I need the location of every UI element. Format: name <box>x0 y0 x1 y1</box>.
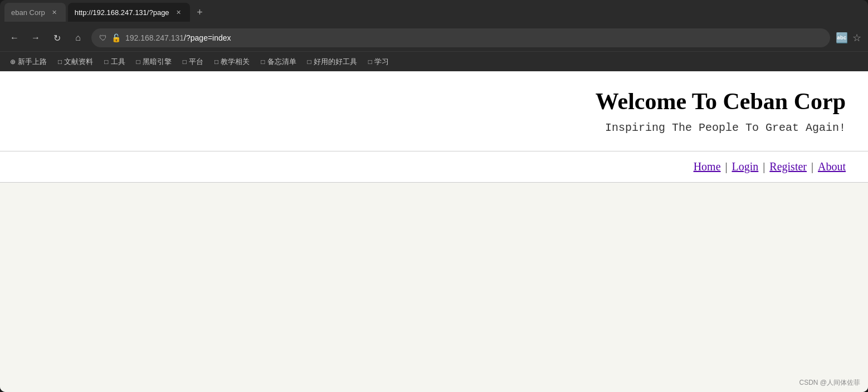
bookmark-label: 备忘清单 <box>267 57 296 67</box>
home-button[interactable]: ⌂ <box>70 30 86 46</box>
url-actions: 🔤 ☆ <box>836 32 861 44</box>
bookmark-folder-icon: □ <box>368 58 372 66</box>
tab-bar: eban Corp ✕ http://192.168.247.131/?page… <box>0 0 868 24</box>
page-body <box>0 183 868 392</box>
new-tab-icon: + <box>197 7 203 18</box>
back-button[interactable]: ← <box>7 30 22 46</box>
bookmark-label: 好用的好工具 <box>314 57 357 67</box>
bookmark-label: 学习 <box>374 57 389 67</box>
register-link[interactable]: Register <box>769 160 807 173</box>
bookmark-folder-icon: □ <box>58 58 62 66</box>
new-tab-button[interactable]: + <box>192 4 208 20</box>
bookmark-label: 平台 <box>189 57 203 67</box>
refresh-button[interactable]: ↻ <box>49 30 65 46</box>
bookmark-haoyong[interactable]: □ 好用的好工具 <box>303 55 362 69</box>
page-nav: Home | Login | Register | About <box>0 151 868 183</box>
bookmark-folder-icon: □ <box>308 58 311 66</box>
lock-icon: 🔓 <box>111 33 121 42</box>
translate-icon[interactable]: 🔤 <box>836 32 848 44</box>
tab-2[interactable]: http://192.168.247.131/?page ✕ <box>68 3 190 22</box>
bookmark-folder-icon: □ <box>214 58 218 66</box>
tab-1-label: eban Corp <box>11 8 45 17</box>
tab-2-label: http://192.168.247.131/?page <box>75 8 169 17</box>
nav-sep-2: | <box>758 160 769 173</box>
bookmark-label: 工具 <box>111 57 125 67</box>
refresh-icon: ↻ <box>53 33 61 43</box>
tab-1-close[interactable]: ✕ <box>50 8 59 17</box>
browser-chrome: eban Corp ✕ http://192.168.247.131/?page… <box>0 0 868 71</box>
bookmark-gongju[interactable]: □ 工具 <box>100 55 129 69</box>
address-bar: ← → ↻ ⌂ 🛡 🔓 192.168.247.131/?page=index … <box>0 24 868 51</box>
page-title: Welcome To Ceban Corp <box>596 88 846 115</box>
home-icon: ⌂ <box>75 33 81 43</box>
tab-1[interactable]: eban Corp ✕ <box>4 3 66 22</box>
bookmarks-bar: ⊕ 新手上路 □ 文献资料 □ 工具 □ 黑暗引擎 □ 平台 □ 教学相关 □ … <box>0 51 868 71</box>
home-link[interactable]: Home <box>694 160 721 173</box>
url-display: 192.168.247.131/?page=index <box>125 33 822 42</box>
star-icon[interactable]: ☆ <box>852 32 861 44</box>
bookmark-heian[interactable]: □ 黑暗引擎 <box>132 55 176 69</box>
about-link[interactable]: About <box>818 160 846 173</box>
bookmark-beiwang[interactable]: □ 备忘清单 <box>256 55 300 69</box>
forward-button[interactable]: → <box>28 30 43 46</box>
bookmark-jiaoxue[interactable]: □ 教学相关 <box>210 55 254 69</box>
url-base: 192.168.247.131 <box>125 33 184 42</box>
page-content: Welcome To Ceban Corp Inspiring The Peop… <box>0 71 868 392</box>
page-subtitle: Inspiring The People To Great Again! <box>605 121 846 134</box>
login-link[interactable]: Login <box>732 160 759 173</box>
shield-icon: 🛡 <box>99 33 107 42</box>
bookmark-label: 新手上路 <box>18 57 47 67</box>
page-header: Welcome To Ceban Corp Inspiring The Peop… <box>0 71 868 151</box>
url-bar[interactable]: 🛡 🔓 192.168.247.131/?page=index <box>91 28 830 47</box>
bookmark-label: 文献资料 <box>64 57 93 67</box>
url-path: /?page=index <box>184 33 231 42</box>
nav-sep-1: | <box>721 160 732 173</box>
bookmark-folder-icon: □ <box>183 58 187 66</box>
bookmark-pingtai[interactable]: □ 平台 <box>178 55 208 69</box>
forward-icon: → <box>31 33 40 43</box>
bookmark-xinshoushanglu[interactable]: ⊕ 新手上路 <box>6 55 51 69</box>
bookmark-folder-icon: □ <box>261 58 265 66</box>
bookmark-globe-icon: ⊕ <box>10 58 16 66</box>
tab-2-close[interactable]: ✕ <box>174 8 183 17</box>
back-icon: ← <box>10 33 19 43</box>
bookmark-xuexi[interactable]: □ 学习 <box>364 55 393 69</box>
watermark: CSDN @人间体佐菲 <box>799 378 860 388</box>
bookmark-label: 教学相关 <box>221 57 250 67</box>
bookmark-folder-icon: □ <box>104 58 108 66</box>
bookmark-label: 黑暗引擎 <box>143 57 172 67</box>
nav-sep-3: | <box>807 160 818 173</box>
bookmark-wenxianzhiliao[interactable]: □ 文献资料 <box>53 55 97 69</box>
bookmark-folder-icon: □ <box>136 58 140 66</box>
